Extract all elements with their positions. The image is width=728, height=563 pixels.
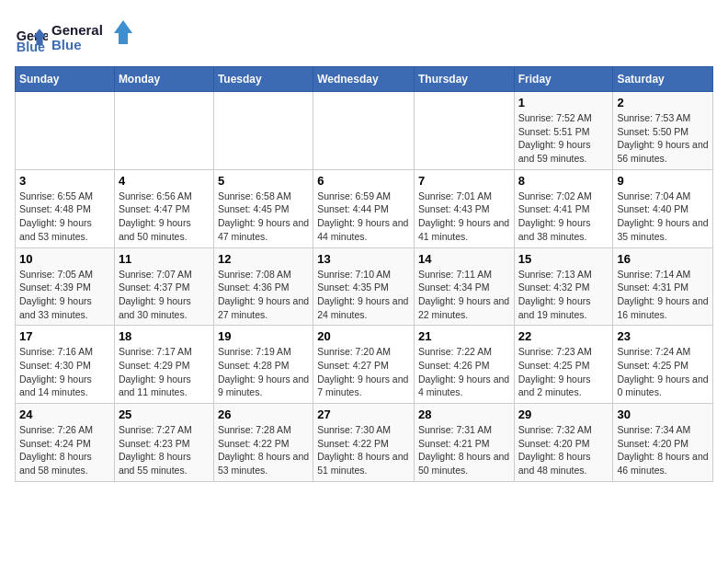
page-header: General Blue General Blue [15, 15, 713, 59]
day-cell: 26Sunrise: 7:28 AM Sunset: 4:22 PM Dayli… [213, 404, 313, 482]
day-cell: 14Sunrise: 7:11 AM Sunset: 4:34 PM Dayli… [414, 247, 514, 326]
day-detail: Sunrise: 7:26 AM Sunset: 4:24 PM Dayligh… [19, 424, 93, 476]
logo-svg: General Blue [51, 18, 134, 55]
day-cell: 24Sunrise: 7:26 AM Sunset: 4:24 PM Dayli… [16, 404, 115, 482]
day-cell: 22Sunrise: 7:23 AM Sunset: 4:25 PM Dayli… [514, 326, 613, 404]
day-cell: 19Sunrise: 7:19 AM Sunset: 4:28 PM Dayli… [213, 326, 313, 404]
header-cell-thursday: Thursday [414, 67, 514, 92]
day-cell [414, 92, 514, 170]
day-number: 2 [617, 96, 709, 109]
day-detail: Sunrise: 7:13 AM Sunset: 4:32 PM Dayligh… [518, 269, 592, 320]
day-cell: 10Sunrise: 7:05 AM Sunset: 4:39 PM Dayli… [16, 247, 115, 326]
day-detail: Sunrise: 7:31 AM Sunset: 4:21 PM Dayligh… [418, 424, 509, 476]
day-cell: 28Sunrise: 7:31 AM Sunset: 4:21 PM Dayli… [414, 404, 514, 482]
day-detail: Sunrise: 7:07 AM Sunset: 4:37 PM Dayligh… [119, 269, 192, 320]
day-number: 16 [617, 252, 709, 266]
day-number: 17 [19, 329, 110, 343]
day-number: 19 [218, 329, 309, 343]
day-cell [16, 92, 115, 170]
day-cell: 27Sunrise: 7:30 AM Sunset: 4:22 PM Dayli… [313, 404, 415, 482]
day-number: 7 [418, 174, 510, 188]
day-detail: Sunrise: 7:08 AM Sunset: 4:36 PM Dayligh… [218, 269, 309, 320]
day-number: 3 [19, 174, 110, 188]
day-detail: Sunrise: 7:23 AM Sunset: 4:25 PM Dayligh… [518, 346, 592, 397]
day-cell: 20Sunrise: 7:20 AM Sunset: 4:27 PM Dayli… [313, 326, 415, 404]
day-number: 18 [119, 329, 210, 343]
day-cell: 1Sunrise: 7:52 AM Sunset: 5:51 PM Daylig… [514, 92, 613, 170]
day-detail: Sunrise: 7:04 AM Sunset: 4:40 PM Dayligh… [617, 190, 708, 242]
week-row-2: 3Sunrise: 6:55 AM Sunset: 4:48 PM Daylig… [16, 169, 713, 247]
day-detail: Sunrise: 7:02 AM Sunset: 4:41 PM Dayligh… [518, 190, 592, 242]
day-detail: Sunrise: 7:34 AM Sunset: 4:20 PM Dayligh… [617, 424, 708, 476]
day-number: 13 [317, 252, 410, 266]
day-number: 23 [617, 329, 709, 343]
week-row-3: 10Sunrise: 7:05 AM Sunset: 4:39 PM Dayli… [16, 247, 713, 326]
day-number: 24 [19, 408, 110, 421]
week-row-4: 17Sunrise: 7:16 AM Sunset: 4:30 PM Dayli… [16, 326, 713, 404]
day-cell: 4Sunrise: 6:56 AM Sunset: 4:47 PM Daylig… [114, 169, 213, 247]
day-number: 26 [218, 408, 309, 421]
svg-text:Blue: Blue [51, 37, 82, 52]
day-detail: Sunrise: 7:17 AM Sunset: 4:29 PM Dayligh… [119, 346, 192, 397]
day-detail: Sunrise: 7:53 AM Sunset: 5:50 PM Dayligh… [617, 112, 708, 164]
calendar-header: SundayMondayTuesdayWednesdayThursdayFrid… [16, 67, 713, 92]
day-cell: 13Sunrise: 7:10 AM Sunset: 4:35 PM Dayli… [313, 247, 415, 326]
day-cell: 23Sunrise: 7:24 AM Sunset: 4:25 PM Dayli… [613, 326, 713, 404]
day-number: 27 [317, 408, 410, 421]
day-cell: 25Sunrise: 7:27 AM Sunset: 4:23 PM Dayli… [114, 404, 213, 482]
day-number: 5 [218, 174, 309, 188]
day-detail: Sunrise: 7:20 AM Sunset: 4:27 PM Dayligh… [317, 346, 408, 397]
day-cell: 21Sunrise: 7:22 AM Sunset: 4:26 PM Dayli… [414, 326, 514, 404]
day-number: 25 [119, 408, 210, 421]
day-number: 8 [518, 174, 609, 188]
day-number: 10 [19, 252, 110, 266]
day-number: 21 [418, 329, 510, 343]
header-cell-sunday: Sunday [16, 67, 115, 92]
day-cell: 7Sunrise: 7:01 AM Sunset: 4:43 PM Daylig… [414, 169, 514, 247]
day-detail: Sunrise: 7:32 AM Sunset: 4:20 PM Dayligh… [518, 424, 592, 476]
day-detail: Sunrise: 6:56 AM Sunset: 4:47 PM Dayligh… [119, 190, 192, 242]
day-number: 20 [317, 329, 410, 343]
calendar-table: SundayMondayTuesdayWednesdayThursdayFrid… [15, 66, 713, 482]
day-detail: Sunrise: 7:01 AM Sunset: 4:43 PM Dayligh… [418, 190, 509, 242]
day-number: 29 [518, 408, 609, 421]
day-cell: 11Sunrise: 7:07 AM Sunset: 4:37 PM Dayli… [114, 247, 213, 326]
header-row: SundayMondayTuesdayWednesdayThursdayFrid… [16, 67, 713, 92]
day-number: 14 [418, 252, 510, 266]
header-cell-tuesday: Tuesday [213, 67, 313, 92]
svg-text:General: General [51, 22, 103, 38]
day-cell: 17Sunrise: 7:16 AM Sunset: 4:30 PM Dayli… [16, 326, 115, 404]
day-number: 4 [119, 174, 210, 188]
day-number: 30 [617, 408, 709, 421]
day-cell [313, 92, 415, 170]
day-number: 11 [119, 252, 210, 266]
day-cell [114, 92, 213, 170]
day-detail: Sunrise: 7:16 AM Sunset: 4:30 PM Dayligh… [19, 346, 93, 397]
day-detail: Sunrise: 6:59 AM Sunset: 4:44 PM Dayligh… [317, 190, 408, 242]
day-detail: Sunrise: 7:19 AM Sunset: 4:28 PM Dayligh… [218, 346, 309, 397]
day-cell: 30Sunrise: 7:34 AM Sunset: 4:20 PM Dayli… [613, 404, 713, 482]
week-row-5: 24Sunrise: 7:26 AM Sunset: 4:24 PM Dayli… [16, 404, 713, 482]
day-number: 6 [317, 174, 410, 188]
day-cell: 2Sunrise: 7:53 AM Sunset: 5:50 PM Daylig… [613, 92, 713, 170]
day-cell: 9Sunrise: 7:04 AM Sunset: 4:40 PM Daylig… [613, 169, 713, 247]
header-cell-saturday: Saturday [613, 67, 713, 92]
day-number: 9 [617, 174, 709, 188]
day-cell: 5Sunrise: 6:58 AM Sunset: 4:45 PM Daylig… [213, 169, 313, 247]
day-cell: 29Sunrise: 7:32 AM Sunset: 4:20 PM Dayli… [514, 404, 613, 482]
day-cell: 6Sunrise: 6:59 AM Sunset: 4:44 PM Daylig… [313, 169, 415, 247]
day-cell: 18Sunrise: 7:17 AM Sunset: 4:29 PM Dayli… [114, 326, 213, 404]
calendar-body: 1Sunrise: 7:52 AM Sunset: 5:51 PM Daylig… [16, 92, 713, 482]
day-detail: Sunrise: 7:14 AM Sunset: 4:31 PM Dayligh… [617, 269, 708, 320]
logo-icon: General Blue [15, 22, 48, 55]
day-cell: 12Sunrise: 7:08 AM Sunset: 4:36 PM Dayli… [213, 247, 313, 326]
day-cell [213, 92, 313, 170]
day-number: 22 [518, 329, 609, 343]
header-cell-wednesday: Wednesday [313, 67, 415, 92]
day-cell: 16Sunrise: 7:14 AM Sunset: 4:31 PM Dayli… [613, 247, 713, 326]
day-number: 28 [418, 408, 510, 421]
day-number: 15 [518, 252, 609, 266]
day-detail: Sunrise: 7:10 AM Sunset: 4:35 PM Dayligh… [317, 269, 408, 320]
day-detail: Sunrise: 7:05 AM Sunset: 4:39 PM Dayligh… [19, 269, 93, 320]
week-row-1: 1Sunrise: 7:52 AM Sunset: 5:51 PM Daylig… [16, 92, 713, 170]
